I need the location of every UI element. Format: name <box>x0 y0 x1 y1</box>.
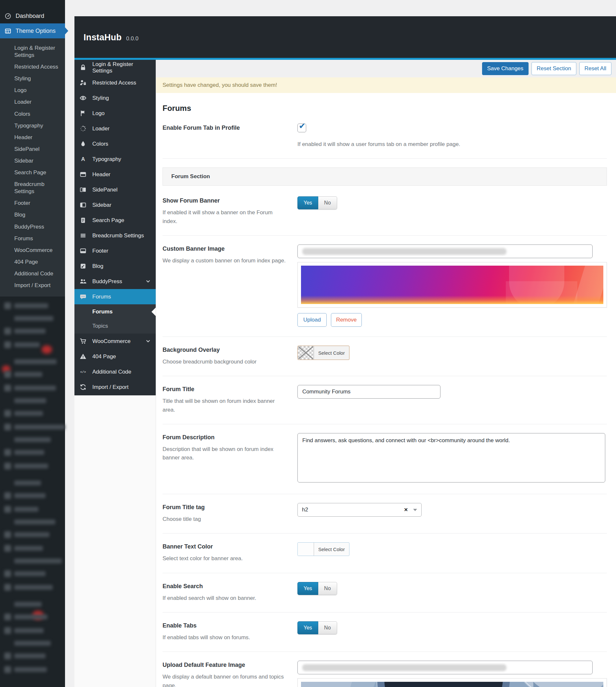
panel-menu-item-loader[interactable]: Loader <box>74 121 156 136</box>
warning-icon <box>79 353 87 360</box>
toggle-yes-button[interactable]: Yes <box>298 582 318 595</box>
field-row-enable-forum-tab: Enable Forum Tab in Profile ✔ If enabled… <box>162 115 607 159</box>
panel-menu-item-logo[interactable]: Logo <box>74 106 156 121</box>
field-label: Enable Forum Tab in Profile <box>162 125 286 131</box>
forum-title-tag-select[interactable]: h2 ✕ <box>298 503 422 517</box>
panel-menu-item-restricted-access[interactable]: Restricted Access <box>74 75 156 90</box>
toggle-no-button[interactable]: No <box>318 621 337 634</box>
sidebar-subitem-footer[interactable]: Footer <box>0 197 65 209</box>
custom-banner-url-input[interactable] <box>298 244 593 258</box>
sidebar-subitem-colors[interactable]: Colors <box>0 108 65 120</box>
sidebar-subitem-sidebar[interactable]: Sidebar <box>0 155 65 167</box>
panel-submenu-item-topics[interactable]: Topics <box>74 319 156 333</box>
panel-menu-item-sidepanel[interactable]: SidePanel <box>74 182 156 197</box>
panel-menu-item-sidebar[interactable]: Sidebar <box>74 197 156 213</box>
panel-menu-item-buddypress[interactable]: BuddyPress <box>74 274 156 289</box>
blurred-menu-item <box>4 652 65 659</box>
panel-menu-item-404-page[interactable]: 404 Page <box>74 349 156 364</box>
sidebar-subitem-404-page[interactable]: 404 Page <box>0 256 65 268</box>
sidebar-subitem-search-page[interactable]: Search Page <box>0 167 65 178</box>
sidebar-icon <box>79 201 87 209</box>
banner-preview-card <box>298 262 607 307</box>
reset-section-button[interactable]: Reset Section <box>531 62 576 75</box>
sidebar-subitem-login-register-settings[interactable]: Login & Register Settings <box>0 42 65 61</box>
enable-forum-tab-checkbox[interactable]: ✔ <box>298 124 306 132</box>
select-color-label: Select Color <box>314 346 349 360</box>
flag-icon <box>79 110 87 117</box>
blurred-menu-item <box>4 614 65 620</box>
toggle-no-button[interactable]: No <box>318 196 337 209</box>
sidebar-item-dashboard[interactable]: Dashboard <box>0 8 65 23</box>
feature-image-url-input[interactable] <box>298 661 593 674</box>
panel-menu-item-search-page[interactable]: Search Page <box>74 213 156 228</box>
chevron-down-icon <box>145 339 151 344</box>
toggle-yes-button[interactable]: Yes <box>298 196 318 209</box>
panel-menu-item-woocommerce[interactable]: WooCommerce <box>74 334 156 349</box>
field-label: Upload Default Feature Image <box>162 662 286 668</box>
admin-sidebar-top-gap <box>0 0 65 8</box>
sidebar-subitem-logo[interactable]: Logo <box>0 85 65 96</box>
forum-title-input[interactable]: Community Forums <box>298 385 440 399</box>
panel-submenu-item-forums[interactable]: Forums <box>74 305 156 319</box>
save-changes-button[interactable]: Save Changes <box>482 62 529 75</box>
color-swatch <box>298 543 314 556</box>
panel-menu-item-colors[interactable]: Colors <box>74 136 156 151</box>
background-overlay-color-picker[interactable]: Select Color <box>298 346 349 360</box>
panel-menu-item-styling[interactable]: Styling <box>74 90 156 106</box>
panel-menu-label: BuddyPress <box>92 278 122 285</box>
sidebar-subitem-forums[interactable]: Forums <box>0 233 65 244</box>
svg-text:A: A <box>81 156 85 162</box>
chat-icon <box>79 293 87 300</box>
sidebar-subitem-import-export[interactable]: Import / Export <box>0 280 65 291</box>
theme-options-submenu: Login & Register SettingsRestricted Acce… <box>0 38 65 297</box>
panel-menu-item-import-export[interactable]: Import / Export <box>74 380 156 395</box>
field-description: Choose breadcrumb background color <box>162 358 286 366</box>
sidebar-subitem-styling[interactable]: Styling <box>0 73 65 85</box>
sidebar-subitem-restricted-access[interactable]: Restricted Access <box>0 61 65 73</box>
panel-menu: Login & Register SettingsRestricted Acce… <box>74 60 156 395</box>
panel-menu-item-header[interactable]: Header <box>74 167 156 182</box>
blurred-menu-item <box>4 302 65 309</box>
field-row-forum-title: Forum Title Title that will be shown on … <box>162 376 607 424</box>
panel-content: Save Changes Reset Section Reset All Set… <box>156 60 616 687</box>
sidebar-subitem-additional-code[interactable]: Additional Code <box>0 268 65 280</box>
blurred-menu-item <box>4 385 65 391</box>
sidebar-item-theme-options[interactable]: Theme Options <box>0 23 65 38</box>
panel-menu-item-blog[interactable]: Blog <box>74 258 156 274</box>
wp-admin-sidebar: Dashboard Theme Options Login & Register… <box>0 0 65 687</box>
clear-selection-icon[interactable]: ✕ <box>404 507 408 513</box>
sidebar-subitem-blog[interactable]: Blog <box>0 209 65 221</box>
sidebar-subitem-buddypress[interactable]: BuddyPress <box>0 221 65 233</box>
sidebar-subitem-woocommerce[interactable]: WooCommerce <box>0 244 65 256</box>
panel-menu-label: Blog <box>92 263 103 270</box>
banner-text-color-picker[interactable]: Select Color <box>298 542 349 556</box>
upload-button[interactable]: Upload <box>298 313 327 327</box>
show-forum-banner-toggle: Yes No <box>298 196 337 209</box>
reset-all-button[interactable]: Reset All <box>579 62 612 75</box>
toggle-yes-button[interactable]: Yes <box>298 621 318 634</box>
field-label: Show Forum Banner <box>162 197 286 204</box>
panel-menu-item-breadcrumb-settings[interactable]: Breadcrumb Settings <box>74 228 156 243</box>
sidebar-subitem-loader[interactable]: Loader <box>0 96 65 108</box>
blurred-menu-item <box>4 519 65 524</box>
panel-menu-item-footer[interactable]: Footer <box>74 243 156 258</box>
panel-menu-item-typography[interactable]: ATypography <box>74 151 156 167</box>
panel-menu-label: Restricted Access <box>92 80 136 86</box>
forum-description-textarea[interactable]: Find answers, ask questions, and connect… <box>298 433 605 482</box>
panel-menu-item-additional-code[interactable]: </>Additional Code <box>74 364 156 380</box>
remove-button[interactable]: Remove <box>331 313 362 327</box>
sidebar-subitem-typography[interactable]: Typography <box>0 120 65 132</box>
field-description: We display a default banner on forums an… <box>162 673 286 687</box>
blurred-menu-item <box>4 410 65 417</box>
forum-title-value: Community Forums <box>302 388 350 395</box>
sidebar-subitem-breadcrumb-settings[interactable]: Breadcrumb Settings <box>0 178 65 197</box>
sidebar-subitem-sidepanel[interactable]: SidePanel <box>0 143 65 155</box>
field-row-enable-search: Enable Search If enabled search will sho… <box>162 573 607 613</box>
toggle-no-button[interactable]: No <box>318 582 337 595</box>
panel-menu-item-login-register-settings[interactable]: Login & Register Settings <box>74 60 156 75</box>
panel-menu-column: Login & Register SettingsRestricted Acce… <box>74 60 156 687</box>
blurred-menu-item <box>4 666 65 673</box>
panel-menu-item-forums[interactable]: Forums <box>74 289 156 304</box>
panel-menu-label: Search Page <box>92 217 124 224</box>
sidebar-subitem-header[interactable]: Header <box>0 132 65 143</box>
